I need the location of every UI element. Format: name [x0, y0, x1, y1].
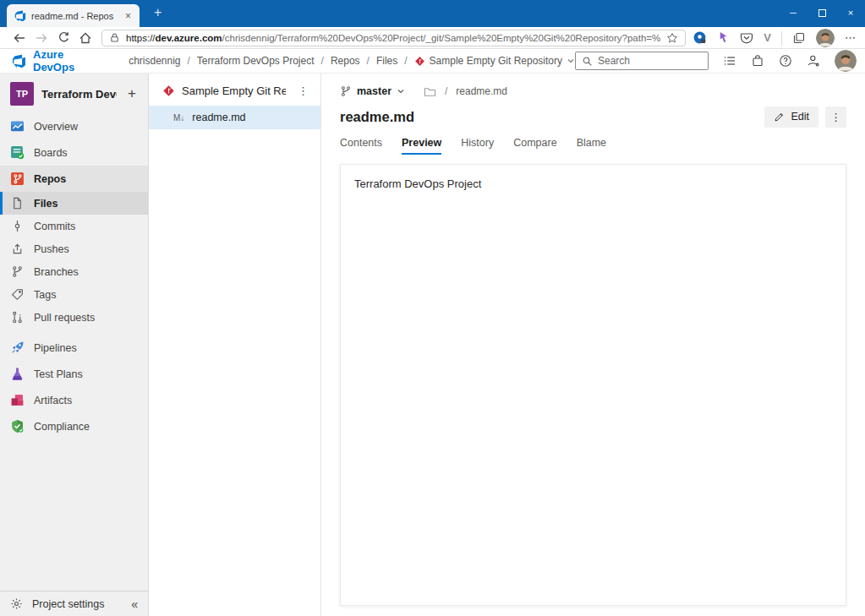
pocket-extension-icon[interactable]: [740, 31, 753, 45]
collections-icon[interactable]: [792, 31, 806, 45]
breadcrumb-repo-name: Sample Empty Git Repository: [430, 55, 562, 67]
edit-button[interactable]: Edit: [764, 106, 818, 128]
favorite-star-icon[interactable]: [666, 32, 678, 44]
browser-tab[interactable]: readme.md - Repos ×: [7, 4, 140, 27]
sidebar-item-test-plans[interactable]: Test Plans: [0, 361, 148, 387]
lock-icon: [109, 32, 120, 43]
browser-titlebar: readme.md - Repos × + ─ ×: [0, 0, 865, 27]
help-icon[interactable]: [779, 54, 792, 68]
branch-name: master: [357, 85, 391, 97]
sidebar-item-compliance[interactable]: Compliance: [0, 413, 148, 439]
breadcrumb-separator: /: [181, 55, 197, 67]
url-scheme: https://: [126, 33, 156, 43]
sidebar-item-label: Compliance: [34, 421, 90, 433]
address-bar[interactable]: https://dev.azure.com/chrisdennig/Terraf…: [101, 30, 686, 46]
home-button[interactable]: [74, 29, 96, 47]
sidebar-item-label: Commits: [34, 221, 75, 232]
user-avatar[interactable]: [835, 50, 857, 72]
sidebar-item-label: Branches: [34, 266, 79, 278]
branch-icon: [10, 265, 25, 278]
tree-item-label: readme.md: [192, 112, 245, 123]
brand-name: Azure DevOps: [33, 48, 76, 74]
folder-icon[interactable]: [424, 85, 436, 98]
minimize-button[interactable]: ─: [779, 0, 808, 25]
password-extension-icon[interactable]: [693, 30, 707, 45]
sidebar-item-files[interactable]: Files: [0, 192, 148, 215]
breadcrumb-repos[interactable]: Repos: [331, 55, 360, 67]
browser-menu-icon[interactable]: ⋯: [845, 31, 857, 44]
vimium-extension-icon[interactable]: V: [764, 31, 771, 44]
sidebar-item-branches[interactable]: Branches: [0, 260, 148, 283]
tab-preview[interactable]: Preview: [402, 137, 441, 155]
repo-more-icon[interactable]: ⋮: [293, 84, 314, 97]
forward-button[interactable]: [30, 29, 52, 47]
browser-toolbar: https://dev.azure.com/chrisdennig/Terraf…: [0, 27, 865, 49]
sidebar-item-label: Overview: [34, 121, 78, 133]
branch-selector[interactable]: master: [340, 85, 405, 97]
maximize-button[interactable]: [808, 0, 836, 25]
add-project-icon[interactable]: +: [124, 85, 140, 102]
git-repo-icon: [162, 84, 175, 97]
push-icon: [10, 243, 25, 255]
breadcrumb-repo-picker[interactable]: Sample Empty Git Repository: [414, 55, 575, 67]
tab-close-icon[interactable]: ×: [123, 10, 134, 22]
cursor-extension-icon[interactable]: [717, 31, 730, 44]
boards-icon: [10, 145, 25, 160]
project-settings[interactable]: Project settings «: [0, 591, 148, 616]
readme-content-text: Terraform DevOps Project: [354, 177, 481, 190]
file-icon: [10, 197, 25, 210]
sidebar-item-tags[interactable]: Tags: [0, 283, 148, 306]
refresh-button[interactable]: [52, 29, 74, 47]
new-tab-button[interactable]: +: [149, 4, 167, 21]
back-button[interactable]: [8, 29, 30, 47]
tab-contents[interactable]: Contents: [340, 137, 382, 155]
tab-blame[interactable]: Blame: [577, 137, 606, 155]
tab-history[interactable]: History: [461, 137, 494, 155]
sidebar-item-boards[interactable]: Boards: [0, 139, 148, 166]
breadcrumb-separator: /: [360, 55, 376, 67]
extension-area: V ⋯: [693, 29, 858, 47]
url-path: /chrisdennig/Terraform%20DevOps%20Projec…: [222, 33, 661, 43]
file-crumb: readme.md: [456, 85, 507, 97]
main-content: master / readme.md readme.md: [321, 74, 865, 616]
repo-name[interactable]: Sample Empty Git Reposit...: [182, 84, 286, 97]
sidebar-item-label: Files: [34, 198, 58, 210]
sidebar-item-pipelines[interactable]: Pipelines: [0, 335, 148, 361]
page-body: TP Terraform DevOps Proj... + Overview B…: [0, 74, 865, 616]
breadcrumb-org[interactable]: chrisdennig: [129, 55, 180, 67]
file-path-bar: master / readme.md: [340, 82, 846, 101]
azure-devops-logo-icon: [12, 54, 26, 68]
search-box[interactable]: [575, 52, 709, 70]
file-tabs: Contents Preview History Compare Blame: [340, 137, 846, 155]
pencil-icon: [774, 112, 785, 123]
breadcrumb-separator: /: [315, 55, 331, 67]
tab-compare[interactable]: Compare: [513, 137, 556, 155]
search-input[interactable]: [598, 55, 702, 67]
close-button[interactable]: ×: [836, 0, 865, 25]
marketplace-bag-icon[interactable]: [751, 54, 764, 68]
sidebar-item-label: Boards: [34, 147, 68, 159]
kebab-icon: ⋮: [830, 111, 841, 123]
repo-header: Sample Empty Git Reposit... ⋮: [149, 74, 320, 106]
devops-header: Azure DevOps chrisdennig / Terraform Dev…: [0, 49, 865, 74]
header-actions: [575, 50, 857, 72]
sidebar-item-pushes[interactable]: Pushes: [0, 237, 148, 260]
breadcrumb-files[interactable]: Files: [376, 55, 397, 67]
work-items-list-icon[interactable]: [723, 54, 736, 68]
sidebar-item-pull-requests[interactable]: Pull requests: [0, 306, 148, 329]
file-more-button[interactable]: ⋮: [825, 106, 846, 128]
project-switcher[interactable]: TP Terraform DevOps Proj... +: [0, 74, 148, 113]
search-icon: [582, 56, 593, 67]
azure-devops-brand[interactable]: Azure DevOps: [12, 48, 76, 74]
sidebar-item-repos[interactable]: Repos: [0, 166, 148, 192]
tree-item-readme[interactable]: M↓ readme.md: [149, 106, 320, 129]
page-title: readme.md: [340, 109, 414, 125]
sidebar-item-overview[interactable]: Overview: [0, 113, 148, 139]
collapse-sidebar-icon[interactable]: «: [131, 597, 138, 611]
sidebar-item-artifacts[interactable]: Artifacts: [0, 387, 148, 413]
breadcrumb-project[interactable]: Terraform DevOps Project: [197, 55, 315, 67]
user-settings-icon[interactable]: [807, 54, 820, 68]
browser-profile-avatar[interactable]: [816, 29, 835, 47]
sidebar-item-commits[interactable]: Commits: [0, 215, 148, 237]
compliance-icon: [10, 419, 25, 433]
